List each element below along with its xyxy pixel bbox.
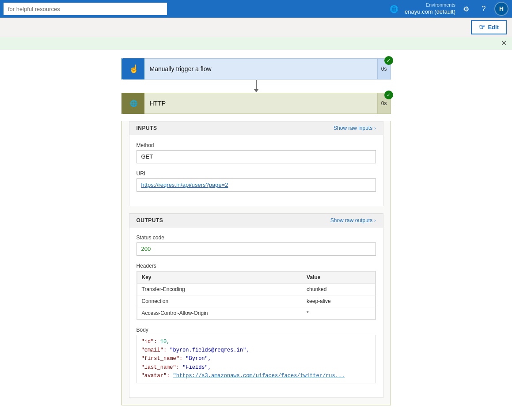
arrow-line [256,80,257,89]
headers-scroll[interactable]: Key Value Transfer-EncodingchunkedConnec… [137,271,376,320]
headers-field: Headers Key Value [137,263,376,320]
body-label: Body [137,327,376,333]
notification-bar: ✕ [0,37,512,49]
header-key-cell: Connection [137,295,302,307]
flow-container: ☝ Manually trigger a flow 0s ✓ 🌐 HTTP 0s… [9,58,503,405]
header-value-cell: * [302,307,375,319]
status-code-label: Status code [137,235,376,241]
top-bar-left [4,3,387,15]
headers-col-key: Key [137,272,302,284]
top-bar-right: 🌐 Environments enayu.com (default) ⚙ ? H [387,2,508,16]
http-node-wrapper: 🌐 HTTP 0s ✓ INPUTS Show raw inputs › [121,93,391,405]
json-value: "byron.fields@reqres.in", [170,347,249,353]
body-json-line: "avatar": "https://s3.amazonaws.com/uifa… [141,372,371,380]
chevron-right-outputs-icon: › [374,218,375,223]
body-json-line: "first_name": "Byron", [141,355,371,363]
show-raw-inputs-label: Show raw inputs [334,125,372,131]
show-raw-outputs-label: Show raw outputs [330,217,372,223]
headers-label: Headers [137,263,376,269]
env-info: Environments enayu.com (default) [405,2,455,15]
status-code-value: 200 [137,242,376,256]
uri-value[interactable]: https://reqres.in/api/users?page=2 [137,178,376,192]
search-input[interactable] [4,3,167,15]
json-value: "https://s3.amazonaws.com/uifaces/faces/… [173,373,345,379]
globe-icon[interactable]: 🌐 [387,2,401,16]
show-raw-inputs-link[interactable]: Show raw inputs › [334,125,375,131]
env-label: Environments [405,2,455,8]
headers-col-value: Value [302,272,375,284]
json-value: "Byron", [186,356,211,362]
inputs-header: INPUTS Show raw inputs › [129,121,383,135]
outputs-content: Status code 200 Headers Key [129,227,383,397]
json-value: 10, [160,339,170,345]
http-node[interactable]: 🌐 HTTP 0s ✓ [121,93,391,114]
status-code-field: Status code 200 [137,235,376,256]
show-raw-outputs-link[interactable]: Show raw outputs › [330,217,376,223]
top-bar: 🌐 Environments enayu.com (default) ⚙ ? H [0,0,512,18]
header-value-cell: keep-alive [302,295,375,307]
method-field: Method GET [137,142,376,163]
header-key-cell: Access-Control-Allow-Origin [137,307,302,319]
flow-arrow [252,79,261,93]
table-row: Transfer-Encodingchunked [137,284,375,295]
edit-label: Edit [488,24,499,30]
json-key: "email": [141,347,170,353]
http-success-badge: ✓ [384,91,393,99]
json-key: "first_name": [141,356,186,362]
header-key-cell: Transfer-Encoding [137,284,302,295]
table-row: Access-Control-Allow-Origin* [137,307,375,319]
edit-bar: ☞ Edit [0,18,512,37]
settings-icon[interactable]: ⚙ [459,2,473,16]
trigger-node[interactable]: ☝ Manually trigger a flow 0s ✓ [121,58,391,79]
header-value-cell: chunked [302,284,375,295]
inputs-content: Method GET URI https://reqres.in/api/use… [129,135,383,206]
body-field: Body "id": 10,"email": "byron.fields@req… [137,327,376,383]
inputs-title: INPUTS [137,125,157,131]
env-name: enayu.com (default) [405,8,455,16]
uri-field: URI https://reqres.in/api/users?page=2 [137,170,376,192]
body-json-line: "last_name": "Fields", [141,363,371,372]
chevron-right-icon: › [374,126,375,131]
json-key: "avatar": [141,373,173,379]
http-icon: 🌐 [123,93,144,114]
help-icon[interactable]: ? [477,2,491,16]
body-json-line: "email": "byron.fields@reqres.in", [141,346,371,355]
close-icon[interactable]: ✕ [501,39,507,47]
headers-table: Key Value Transfer-EncodingchunkedConnec… [137,271,375,319]
edit-cursor-icon: ☞ [479,23,485,31]
outputs-title: OUTPUTS [137,217,163,223]
edit-button[interactable]: ☞ Edit [471,20,507,34]
canvas: ☝ Manually trigger a flow 0s ✓ 🌐 HTTP 0s… [0,49,512,420]
table-row: Connectionkeep-alive [137,295,375,307]
body-json-line: "id": 10, [141,338,371,346]
body-json[interactable]: "id": 10,"email": "byron.fields@reqres.i… [137,335,376,383]
json-value: "Fields", [182,364,211,371]
json-key: "last_name": [141,364,183,371]
trigger-icon: ☝ [123,58,144,79]
method-label: Method [137,142,376,148]
json-key: "id": [141,339,160,345]
method-value: GET [137,150,376,163]
inputs-section: INPUTS Show raw inputs › Method GET URI [129,121,383,206]
trigger-label: Manually trigger a flow [144,65,377,72]
http-label: HTTP [144,100,377,107]
uri-label: URI [137,170,376,177]
outputs-header: OUTPUTS Show raw outputs › [129,214,383,227]
arrow-head [254,89,259,92]
avatar[interactable]: H [494,2,508,16]
outputs-section: OUTPUTS Show raw outputs › Status code 2… [129,213,383,398]
detail-panels: INPUTS Show raw inputs › Method GET URI [121,121,391,405]
trigger-success-badge: ✓ [384,56,393,65]
